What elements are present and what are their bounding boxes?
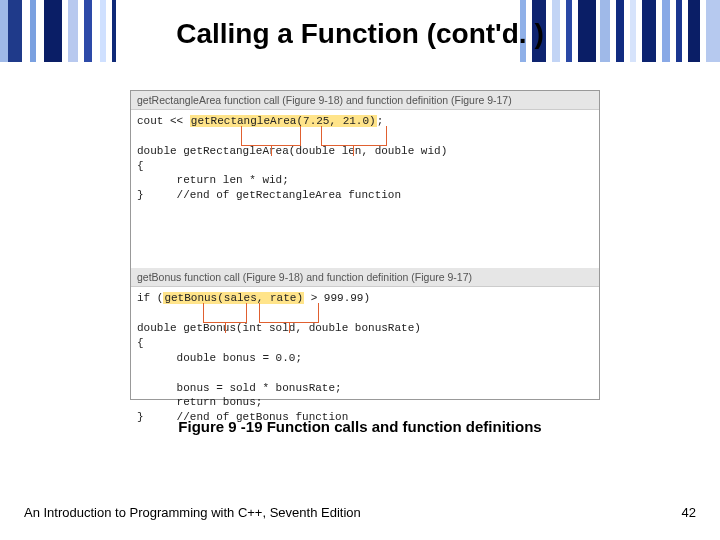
- code-block-1: cout << getRectangleArea(7.25, 21.0); do…: [131, 110, 599, 268]
- code-text: if (: [137, 292, 163, 304]
- slide-title: Calling a Function (cont'd. ): [0, 18, 720, 50]
- code-text: {: [137, 160, 144, 172]
- connector-line: [271, 146, 272, 156]
- code-text: return len * wid;: [137, 174, 289, 186]
- figure-bar-1: getRectangleArea function call (Figure 9…: [131, 91, 599, 110]
- code-text: bonus = sold * bonusRate;: [137, 382, 342, 394]
- code-text: } //end of getRectangleArea function: [137, 189, 401, 201]
- figure-box: getRectangleArea function call (Figure 9…: [130, 90, 600, 400]
- connector-line: [259, 303, 319, 323]
- connector-line: [321, 126, 387, 146]
- code-text: double bonus = 0.0;: [137, 352, 302, 364]
- code-block-2: if (getBonus(sales, rate) > 999.99) doub…: [131, 287, 599, 490]
- code-text: double getBonus(int sold, double bonusRa…: [137, 322, 421, 334]
- code-text: double getRectangleArea(double len, doub…: [137, 145, 447, 157]
- code-text: {: [137, 337, 144, 349]
- connector-line: [225, 323, 226, 333]
- code-text: } //end of getBonus function: [137, 411, 348, 423]
- connector-line: [289, 323, 290, 333]
- code-text: cout <<: [137, 115, 190, 127]
- connector-line: [203, 303, 247, 323]
- page-number: 42: [682, 505, 696, 520]
- connector-line: [353, 146, 354, 156]
- figure-bar-2: getBonus function call (Figure 9-18) and…: [131, 268, 599, 287]
- code-text: return bonus;: [137, 396, 262, 408]
- footer-book-title: An Introduction to Programming with C++,…: [24, 505, 361, 520]
- connector-line: [241, 126, 301, 146]
